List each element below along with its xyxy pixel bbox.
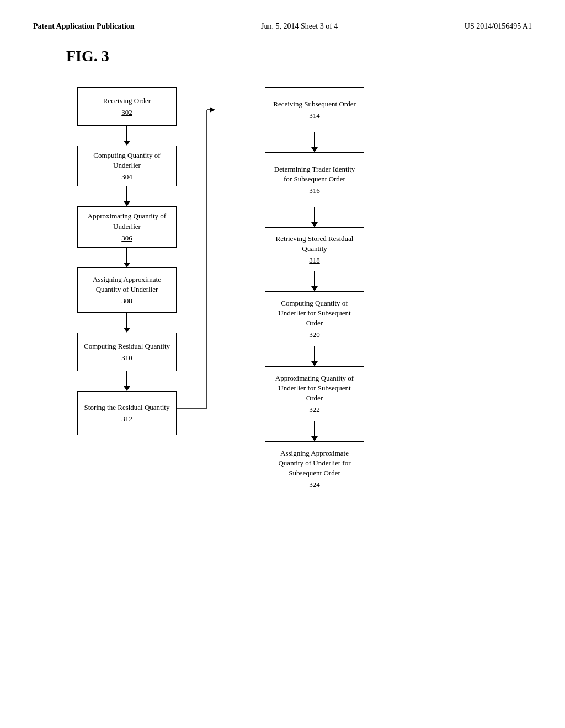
header-right: US 2014/0156495 A1: [465, 22, 532, 31]
fig-title: FIG. 3: [66, 47, 532, 65]
arrow-308-310: [124, 313, 130, 333]
page: Patent Application Publication Jun. 5, 2…: [0, 0, 565, 728]
header-center: Jun. 5, 2014 Sheet 3 of 4: [261, 22, 338, 31]
right-column: Receiving Subsequent Order 314 Determini…: [254, 87, 375, 496]
arrow-316-318: [311, 207, 318, 227]
left-column: Receiving Order 302 Computing Quantity o…: [66, 87, 188, 435]
arrow-318-320: [311, 271, 318, 291]
box-312: Storing the Residual Quantity 312: [77, 391, 177, 435]
arrow-302-304: [124, 126, 130, 146]
box-324: Assigning Approximate Quantity of Underl…: [265, 441, 364, 496]
box-302: Receiving Order 302: [77, 87, 177, 126]
box-314: Receiving Subsequent Order 314: [265, 87, 364, 132]
box-318: Retrieving Stored Residual Quantity 318: [265, 227, 364, 271]
arrow-306-308: [124, 248, 130, 267]
box-316: Determining Trader Identity for Subseque…: [265, 152, 364, 207]
arrow-304-306: [124, 186, 130, 206]
arrow-320-322: [311, 346, 318, 366]
box-306: Approximating Quantity of Underlier 306: [77, 206, 177, 247]
page-header: Patent Application Publication Jun. 5, 2…: [33, 22, 532, 31]
box-322: Approximating Quantity of Underlier for …: [265, 366, 364, 421]
arrow-322-324: [311, 421, 318, 441]
header-left: Patent Application Publication: [33, 22, 135, 31]
box-320: Computing Quantity of Underlier for Subs…: [265, 291, 364, 346]
arrow-314-316: [311, 132, 318, 152]
box-308: Assigning Approximate Quantity of Underl…: [77, 267, 177, 313]
box-310: Computing Residual Quantity 310: [77, 333, 177, 371]
box-304: Computing Quantity of Underlier 304: [77, 146, 177, 186]
arrow-310-312: [124, 371, 130, 391]
